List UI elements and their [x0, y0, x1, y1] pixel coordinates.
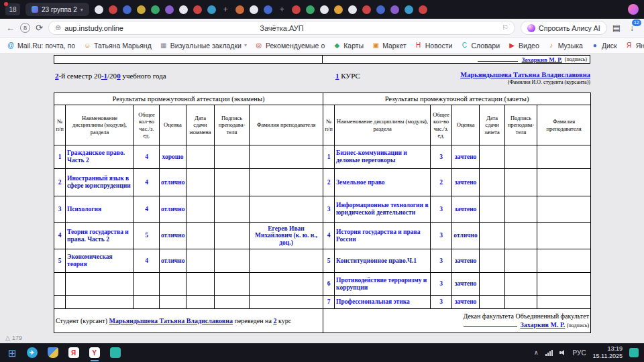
tab-favicon[interactable] [151, 5, 160, 14]
downloads-button[interactable]: ↓12 [626, 23, 638, 33]
tab-favicon[interactable]: + [221, 5, 230, 14]
triangle-icon: △ [5, 335, 10, 341]
tab-favicon[interactable] [137, 5, 146, 14]
table-cell [250, 145, 323, 169]
empty-cell [186, 196, 215, 223]
background-tab-strip: + + [95, 5, 623, 14]
table-cell: зачтено [452, 296, 480, 309]
table-cell: 3 [323, 196, 335, 223]
network-icon[interactable] [545, 350, 553, 356]
defender-shield-icon[interactable] [48, 347, 58, 358]
tab-favicon[interactable] [123, 5, 131, 14]
language-indicator[interactable]: РУС [573, 349, 586, 357]
tab-favicon[interactable] [165, 5, 174, 14]
empty-cell [186, 223, 215, 249]
semester-text: -й семестр 20 [59, 72, 101, 80]
table-cell: Теория государства и права. Часть 2 [66, 223, 134, 249]
volume-icon[interactable] [559, 350, 566, 356]
bookmark-yandex[interactable]: ЯЯндекс [625, 42, 644, 50]
tab-favicon[interactable] [179, 5, 188, 14]
table-cell: 2 [54, 169, 66, 196]
student-name: Марьяндышева Татьяна Владиславовна [460, 71, 590, 78]
column-header: Наименование дисциплины (модуля), раздел… [66, 105, 134, 145]
bookmark-dictionaries[interactable]: ССловари [460, 42, 500, 50]
semester-header: 2-й семестр 20-1/200 учебного года 1 КУР… [54, 70, 590, 89]
ask-alice-button[interactable]: Спросить Алису AI [521, 21, 607, 35]
grid-icon: ▦ [160, 42, 168, 49]
tab-favicon[interactable] [405, 5, 413, 14]
bookmark-video[interactable]: ▶Видео [508, 42, 539, 50]
table-cell: Экономическая теория [66, 249, 134, 273]
footer-student-name: Марьяндышева Татьяна Владиславовна [109, 317, 233, 324]
tray-expand-icon[interactable]: ∧ [534, 349, 539, 356]
bookmark-flag-icon[interactable]: ⚐ [502, 23, 508, 32]
yandex-icon: Я [625, 42, 633, 49]
tab-favicon[interactable] [334, 5, 343, 14]
student-name-block: Марьяндышева Татьяна Владиславовна (Фами… [460, 70, 590, 85]
tab-favicon[interactable] [207, 5, 216, 14]
table-cell: 3 [54, 196, 66, 223]
taskbar-clock[interactable]: 13:19 15.11.2025 [593, 345, 623, 360]
browser-tab-bar: 18 23 группа 2 ▾ + + [0, 0, 644, 19]
news-icon: Н [415, 42, 423, 49]
tab-favicon[interactable] [235, 5, 244, 14]
table-cell: 4 [134, 249, 160, 273]
tab-favicon[interactable]: + [278, 5, 286, 14]
bookmark-disk[interactable]: ●Диск [591, 42, 617, 50]
bookmark-recommended[interactable]: ◎Рекомендуемые о [255, 42, 325, 50]
tab-favicon[interactable] [109, 5, 117, 14]
teal-app-icon[interactable] [110, 347, 121, 358]
bookmark-news[interactable]: ННовости [415, 42, 453, 50]
empty-cell [505, 249, 537, 273]
back-button[interactable]: ← [6, 23, 15, 32]
closed-tabs-count: 8 [23, 25, 27, 32]
sidebar-panel-icon[interactable]: ▤ [612, 23, 621, 32]
table-cell: Гражданское право. Часть 2 [66, 145, 134, 169]
telegram-icon[interactable]: ✈ [27, 347, 38, 358]
bookmark-maps[interactable]: ◆Карты [333, 42, 364, 50]
tab-favicon[interactable] [250, 5, 258, 14]
tab-favicon[interactable] [376, 5, 385, 14]
bookmark-visual-bookmarks[interactable]: ▦Визуальные закладки▾ [160, 42, 247, 50]
empty-cell [480, 169, 505, 196]
yandex-app-icon[interactable]: Я [68, 347, 79, 358]
tab-favicon[interactable] [95, 5, 103, 14]
bookmark-mailru[interactable]: @Mail.Ru: почта, по [7, 42, 75, 50]
tab-favicon[interactable] [390, 5, 399, 14]
bookmark-music[interactable]: ♪Музыка [547, 42, 583, 50]
tab-favicon[interactable] [362, 5, 371, 14]
table-cell: Земельное право [335, 169, 431, 196]
tab-counter-button[interactable]: 18 [5, 3, 20, 15]
table-cell: Бизнес-коммуникации и деловые переговоры [335, 145, 431, 169]
bookmark-profile[interactable]: ☺Татьяна Марьянд [83, 42, 152, 50]
dean-name: Захаркив М. Р. [520, 321, 565, 328]
yandex-browser-icon[interactable]: Y [89, 347, 100, 358]
address-bar[interactable]: ⊕ aup.instudy.online Зачётка.АУП ⚐ [48, 21, 515, 35]
table-cell: зачтено [452, 273, 480, 296]
refresh-button[interactable]: ⟳ [36, 23, 43, 32]
bookmark-market[interactable]: ▣Маркет [372, 42, 407, 50]
student-transfer-note: Студент (курсант) Марьяндышева Татьяна В… [54, 309, 323, 333]
tab-favicon[interactable] [264, 5, 272, 14]
table-cell [134, 273, 160, 296]
tab-favicon[interactable] [292, 5, 301, 14]
empty-cell [215, 145, 250, 169]
empty-cell [480, 249, 505, 273]
taskbar-apps: ⊞ ✈ Я Y [8, 347, 121, 358]
notification-center-icon[interactable] [629, 348, 639, 357]
profile-avatar[interactable] [628, 4, 639, 15]
tab-favicon[interactable] [320, 5, 329, 14]
recently-closed-button[interactable]: 8 [20, 23, 30, 33]
tab-favicon[interactable] [193, 5, 202, 14]
tab-favicon[interactable] [419, 5, 427, 14]
system-tray: ∧ РУС 13:19 15.11.2025 [534, 345, 639, 360]
table-cell [66, 273, 134, 296]
tab-favicon[interactable] [306, 5, 315, 14]
semester-text: /20 [107, 72, 117, 80]
start-button[interactable]: ⊞ [8, 348, 17, 358]
active-tab[interactable]: 23 группа 2 ▾ [25, 3, 89, 16]
table-row: 6 Противодействие терроризму и коррупции… [54, 273, 591, 296]
table-cell: зачтено [452, 196, 480, 223]
empty-cell [215, 296, 250, 309]
tab-favicon[interactable] [348, 5, 357, 14]
